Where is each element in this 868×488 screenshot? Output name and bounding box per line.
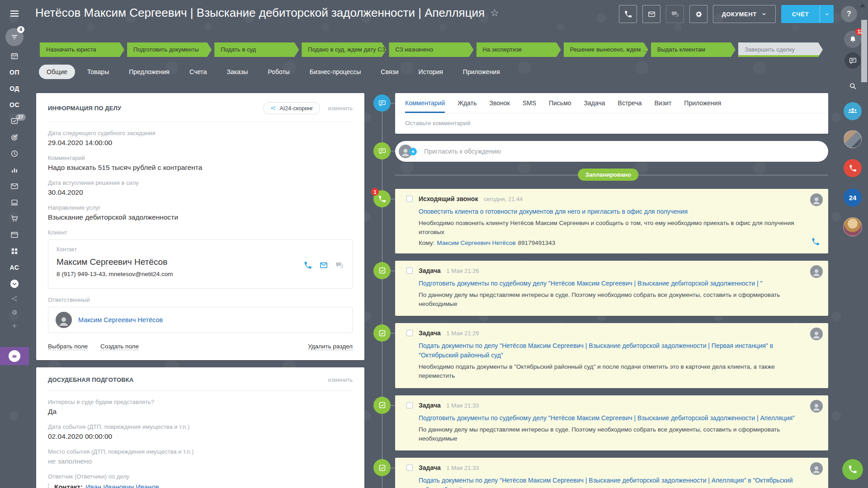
- timeline-tab-2[interactable]: Ждать: [458, 93, 476, 113]
- email-button[interactable]: [642, 5, 660, 23]
- timeline-tab-9[interactable]: Приложения: [684, 93, 721, 113]
- entry-subject-link[interactable]: Оповестить клиента о готовности документ…: [419, 207, 688, 216]
- edit-link[interactable]: изменить: [328, 377, 353, 383]
- favorite-star-icon[interactable]: ☆: [490, 7, 499, 19]
- bitrix24-chat-button[interactable]: 24: [844, 188, 862, 206]
- pipeline-stage-8[interactable]: Выдать клиентам: [651, 42, 736, 57]
- select-field-link[interactable]: Выбрать поле: [48, 343, 88, 350]
- deal-tab-6[interactable]: Роботы: [260, 65, 297, 79]
- deal-tab-10[interactable]: Приложения: [455, 65, 508, 79]
- chat-icon[interactable]: [335, 261, 344, 270]
- sidebar-item-time[interactable]: [0, 145, 29, 162]
- entry-checkbox[interactable]: [406, 465, 413, 471]
- pipeline-stage-3[interactable]: Подать в суд: [214, 42, 299, 57]
- timeline-entry-4[interactable]: Задача 1 Мая 21:33 Подготовить документы…: [395, 395, 828, 451]
- deal-tab-8[interactable]: Связи: [373, 65, 406, 79]
- sidebar-item-feed[interactable]: 4: [0, 26, 29, 48]
- sidebar-item-store[interactable]: [0, 211, 29, 227]
- sidebar-item-add[interactable]: [0, 319, 29, 333]
- bitrix24-logo[interactable]: [0, 347, 29, 365]
- sidebar-item-workgroups[interactable]: [0, 194, 29, 211]
- telephony-button[interactable]: [842, 459, 863, 480]
- sidebar-item-АС[interactable]: АС: [0, 259, 29, 276]
- deal-tab-3[interactable]: Предложения: [121, 65, 177, 79]
- sidebar-item-network[interactable]: [0, 292, 29, 305]
- user-chat-avatar[interactable]: [843, 217, 862, 236]
- deal-tab-7[interactable]: Бизнес-процессы: [302, 65, 368, 79]
- timeline-tab-5[interactable]: Письмо: [549, 93, 571, 113]
- call-action-icon[interactable]: [811, 237, 820, 246]
- settings-button[interactable]: [689, 5, 708, 23]
- deal-tab-9[interactable]: История: [411, 65, 451, 79]
- sidebar-item-reports[interactable]: [0, 162, 29, 178]
- sidebar-item-calendar[interactable]: [0, 48, 29, 64]
- sidebar-item-ОС[interactable]: ОС: [0, 97, 29, 113]
- pipeline-stage-1[interactable]: Назначить юриста: [40, 42, 124, 57]
- pipeline-stage-5[interactable]: СЗ назначено: [389, 42, 473, 57]
- entry-checkbox[interactable]: [406, 330, 413, 336]
- sidebar-item-crm-target[interactable]: [0, 129, 29, 145]
- timeline-tab-3[interactable]: Звонок: [489, 93, 509, 113]
- pipeline-stage-9[interactable]: Завершить сделку: [738, 42, 823, 57]
- sidebar-item-apps[interactable]: [0, 243, 29, 259]
- entry-subject-link[interactable]: Подать документы по делу "Нетёсов Максим…: [419, 341, 797, 360]
- deal-tab-4[interactable]: Счета: [182, 65, 215, 79]
- scrollbar-thumb[interactable]: [861, 20, 867, 82]
- phone-icon[interactable]: [303, 261, 312, 270]
- recipient-link[interactable]: Максим Сергеевич Нетёсов: [437, 239, 515, 246]
- timeline-tab-4[interactable]: SMS: [523, 93, 536, 113]
- entry-subject-link[interactable]: Подготовить документы по судебному делу …: [419, 279, 762, 288]
- responsible-link[interactable]: Максим Сергеевич Нетёсов: [78, 316, 163, 324]
- sidebar-item-ОД[interactable]: ОД: [0, 80, 29, 97]
- invoice-button[interactable]: СЧЁТ: [781, 5, 834, 23]
- company-chat-avatar[interactable]: [844, 102, 862, 120]
- call-button[interactable]: [619, 5, 637, 23]
- menu-button[interactable]: [9, 8, 20, 19]
- edit-link[interactable]: изменить: [328, 105, 353, 112]
- messenger-button[interactable]: [844, 52, 861, 69]
- scroll-up-arrow[interactable]: [860, 4, 865, 7]
- entry-subject-link[interactable]: Подать документы по делу "Нетёсов Максим…: [419, 476, 797, 488]
- timeline-tab-8[interactable]: Визит: [655, 93, 672, 113]
- sidebar-item-more[interactable]: [0, 276, 29, 292]
- entry-checkbox[interactable]: [406, 402, 413, 408]
- delete-section-link[interactable]: Удалить раздел: [308, 343, 353, 350]
- timeline-entry-3[interactable]: Задача 1 Мая 21:29 Подать документы по д…: [395, 323, 828, 388]
- entry-subject-link[interactable]: Подготовить документы по судебному делу …: [419, 413, 795, 423]
- create-field-link[interactable]: Создать поле: [100, 343, 139, 350]
- chevron-down-icon[interactable]: [820, 11, 834, 17]
- timeline-entry-1[interactable]: Исходящий звонок сегодня, 21:44 Оповести…: [395, 189, 828, 253]
- entry-checkbox[interactable]: [406, 196, 413, 202]
- mail-icon[interactable]: [319, 261, 328, 270]
- search-button[interactable]: [845, 79, 860, 93]
- invite-to-discussion[interactable]: + Пригласить к обсуждению: [395, 141, 828, 162]
- document-button[interactable]: ДОКУМЕНТ: [713, 5, 775, 23]
- comment-input[interactable]: Оставьте комментарий: [395, 113, 828, 134]
- client-contact-box[interactable]: Контакт Максим Сергеевич Нетёсов 8 (917)…: [48, 239, 353, 289]
- field-contact-link[interactable]: Иван Иванович Иванов: [85, 483, 159, 488]
- pipeline-stage-7[interactable]: Решение вынесено, ждем ...: [564, 42, 648, 57]
- pipeline-stage-6[interactable]: На экспертизе: [476, 42, 561, 57]
- timeline-tab-7[interactable]: Встреча: [618, 93, 642, 113]
- active-call-button[interactable]: [844, 159, 862, 177]
- help-button[interactable]: ?: [841, 6, 857, 22]
- sidebar-item-ОП[interactable]: ОП: [0, 64, 29, 80]
- deal-tab-5[interactable]: Заказы: [219, 65, 256, 79]
- entry-checkbox[interactable]: [406, 267, 413, 274]
- sidebar-item-tasks[interactable]: 27: [0, 113, 29, 129]
- deal-tab-1[interactable]: Общие: [39, 65, 75, 79]
- notifications-button[interactable]: 12: [844, 31, 861, 48]
- sidebar-item-settings[interactable]: [0, 305, 29, 319]
- chat-button[interactable]: [666, 5, 684, 23]
- deal-tab-2[interactable]: Товары: [80, 65, 117, 79]
- group-chat-avatar[interactable]: [844, 130, 862, 148]
- timeline-tab-1[interactable]: Комментарий: [405, 93, 445, 113]
- timeline-entry-2[interactable]: Задача 1 Мая 21:26 Подготовить документы…: [395, 261, 828, 316]
- sidebar-item-mail[interactable]: [0, 178, 29, 194]
- timeline-tab-6[interactable]: Задача: [584, 93, 605, 113]
- pipeline-stage-4[interactable]: Подано в суд, ждем дату СЗ: [302, 42, 386, 57]
- ai-scoring-button[interactable]: AI24-скоринг: [263, 102, 320, 114]
- pipeline-stage-2[interactable]: Подготовить документы: [127, 42, 212, 57]
- sidebar-item-sites[interactable]: [0, 227, 29, 243]
- timeline-entry-5[interactable]: Задача 1 Мая 21:33 Подать документы по д…: [395, 458, 828, 488]
